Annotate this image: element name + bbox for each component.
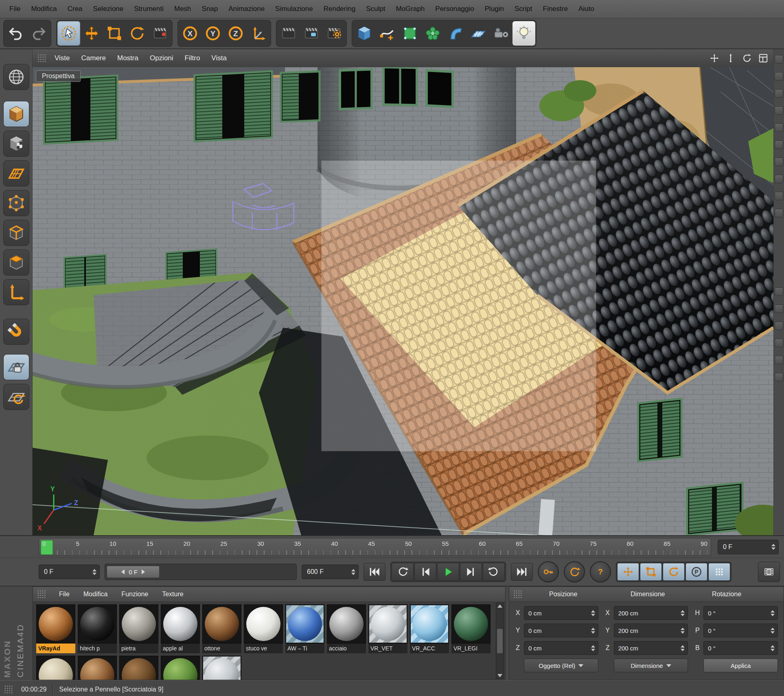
record-scale-toggle[interactable] — [640, 563, 662, 581]
workplane-orientation-button[interactable] — [3, 384, 29, 410]
material-name-label[interactable]: AW – Ti — [285, 643, 324, 653]
material-name-label[interactable]: apple al — [161, 643, 200, 653]
menu-item[interactable]: Rendering — [318, 5, 361, 13]
panel-drag-handle-icon[interactable] — [37, 54, 46, 63]
stepper-arrows-icon[interactable] — [770, 610, 775, 616]
material-menu-item[interactable]: Texture — [162, 591, 183, 598]
frame-slider-thumb[interactable]: 0 F — [107, 566, 160, 578]
menu-item[interactable]: MoGraph — [390, 5, 430, 13]
keying-options-button[interactable]: ? — [590, 561, 611, 582]
material-thumbnail[interactable] — [327, 604, 366, 643]
range-end-field[interactable]: 600 F — [302, 565, 359, 579]
material-item[interactable] — [119, 656, 158, 680]
position-x-field[interactable]: 0 cm — [524, 606, 598, 620]
viewport-3d-scene[interactable]: Y Z X — [33, 67, 773, 535]
material-item[interactable]: VR_ACC — [410, 604, 449, 653]
viewport-pan-icon[interactable] — [709, 53, 720, 63]
play-button[interactable] — [437, 563, 459, 581]
material-thumbnail[interactable] — [244, 604, 283, 643]
edges-mode-button[interactable] — [3, 220, 29, 246]
viewport-camera-label[interactable]: Prospettiva — [36, 70, 81, 82]
texture-view-globe-button[interactable] — [3, 64, 29, 90]
material-name-label[interactable]: VRayAd — [36, 643, 75, 653]
viewport-toggle-layout-icon[interactable] — [758, 53, 769, 63]
material-item[interactable] — [78, 656, 117, 680]
viewport-menu-item[interactable]: Mostra — [112, 54, 144, 62]
previous-frame-button[interactable] — [414, 563, 436, 581]
last-tool-button[interactable] — [149, 21, 171, 46]
viewport-menu-item[interactable]: Vista — [206, 54, 232, 62]
spline-pen-button[interactable] — [376, 21, 399, 46]
texture-mode-button[interactable] — [3, 131, 29, 157]
stepper-arrows-icon[interactable] — [771, 544, 776, 550]
live-selection-button[interactable] — [57, 21, 80, 46]
menu-item[interactable]: Sculpt — [361, 5, 390, 13]
rotation-p-field[interactable]: 0 ° — [703, 624, 778, 637]
material-name-label[interactable]: VR_LEGI — [451, 643, 491, 653]
stepper-arrows-icon[interactable] — [591, 645, 596, 651]
stepper-arrows-icon[interactable] — [770, 645, 775, 651]
material-name-label[interactable]: pietra — [119, 643, 158, 653]
y-axis-lock-button[interactable]: Y — [201, 21, 224, 46]
timeline-ruler[interactable]: 051015202530354045505560657075808590 — [39, 538, 711, 556]
points-mode-button[interactable] — [3, 190, 29, 216]
material-thumbnail[interactable] — [368, 604, 407, 643]
scale-tool-button[interactable] — [103, 21, 126, 46]
record-position-toggle[interactable] — [617, 563, 639, 581]
rotation-b-field[interactable]: 0 ° — [703, 641, 778, 655]
material-name-label[interactable]: ottone — [202, 643, 241, 653]
position-y-field[interactable]: 0 cm — [524, 624, 598, 637]
viewport-menu-item[interactable]: Camere — [76, 54, 112, 62]
record-parameter-toggle[interactable]: P — [685, 563, 707, 581]
size-z-field[interactable]: 200 cm — [614, 641, 688, 655]
right-edge-panel[interactable] — [773, 49, 784, 535]
size-x-field[interactable]: 200 cm — [614, 606, 688, 620]
size-mode-dropdown[interactable]: Dimensione — [614, 659, 688, 672]
stepper-arrows-icon[interactable] — [680, 645, 685, 651]
material-thumbnail[interactable] — [285, 604, 324, 643]
material-item[interactable]: stuco ve — [244, 604, 283, 653]
menu-item[interactable]: Personaggio — [430, 5, 479, 13]
coordinate-mode-dropdown[interactable]: Oggetto (Rel) — [524, 659, 598, 672]
snap-magnet-button[interactable] — [3, 319, 29, 345]
panel-drag-handle-icon[interactable] — [4, 685, 13, 694]
menu-item[interactable]: Aiuto — [573, 5, 600, 13]
slider-right-arrow-icon[interactable] — [142, 569, 145, 574]
coordinate-system-button[interactable] — [247, 21, 270, 46]
render-settings-button[interactable] — [323, 21, 346, 46]
rotate-tool-button[interactable] — [126, 21, 149, 46]
axis-mode-button[interactable] — [3, 279, 29, 305]
material-thumbnail[interactable] — [451, 604, 491, 643]
redo-button[interactable] — [27, 21, 50, 46]
position-z-field[interactable]: 0 cm — [524, 641, 598, 655]
stepper-arrows-icon[interactable] — [591, 610, 596, 616]
stepper-arrows-icon[interactable] — [591, 628, 596, 634]
menu-item[interactable]: Crea — [62, 5, 88, 13]
apply-button[interactable]: Applica — [703, 659, 778, 672]
viewport-menu-item[interactable]: Filtro — [179, 54, 206, 62]
material-name-label[interactable]: hitech p — [78, 643, 117, 653]
menu-item[interactable]: Selezione — [88, 5, 129, 13]
record-rotation-toggle[interactable] — [663, 563, 685, 581]
material-thumbnail[interactable] — [78, 656, 117, 680]
material-thumbnail[interactable] — [119, 656, 158, 680]
material-item[interactable]: VR_LEGI — [451, 604, 491, 653]
material-menu-item[interactable]: Funzione — [121, 591, 148, 598]
deformer-bend-button[interactable] — [444, 21, 467, 46]
next-frame-button[interactable] — [460, 563, 482, 581]
material-thumbnail[interactable] — [202, 604, 241, 643]
menu-item[interactable]: Mesh — [169, 5, 197, 13]
add-cube-button[interactable] — [353, 21, 376, 46]
rotation-h-field[interactable]: 0 ° — [703, 606, 778, 620]
material-item[interactable] — [36, 656, 75, 680]
menu-item[interactable]: Finestre — [538, 5, 573, 13]
menu-item[interactable]: Strumenti — [129, 5, 169, 13]
material-name-label[interactable]: stuco ve — [244, 643, 283, 653]
stepper-arrows-icon[interactable] — [770, 628, 775, 634]
goto-end-button[interactable] — [511, 563, 533, 581]
material-item[interactable]: VRayAd — [36, 604, 75, 653]
polygons-mode-button[interactable] — [3, 250, 29, 276]
panel-drag-handle-icon[interactable] — [513, 590, 522, 599]
material-scrollbar[interactable] — [496, 603, 504, 679]
z-axis-lock-button[interactable]: Z — [224, 21, 247, 46]
